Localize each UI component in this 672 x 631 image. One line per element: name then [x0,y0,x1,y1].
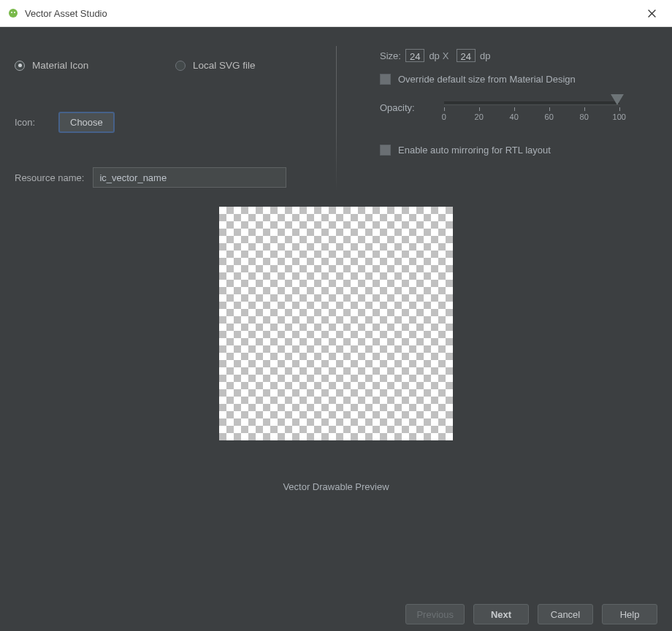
left-column: Material Icon Local SVG file Icon: Choos… [7,49,336,192]
size-height-field[interactable]: 24 [457,49,476,62]
radio-material-icon-label: Material Icon [32,60,88,71]
slider-val-2: 40 [510,112,519,121]
next-button[interactable]: Next [473,604,529,624]
choose-button[interactable]: Choose [58,112,115,133]
dp-unit-h: dp [480,50,490,61]
android-icon [8,8,18,18]
footer-buttons: Previous Next Cancel Help [0,597,672,631]
preview-checkerboard [219,207,453,440]
preview-area: Vector Drawable Preview [0,207,672,492]
opacity-label: Opacity: [380,102,415,113]
slider-val-5: 100 [613,112,626,121]
slider-knob[interactable] [611,94,624,105]
override-size-row: Override default size from Material Desi… [380,74,643,85]
resource-name-label: Resource name: [15,172,93,183]
opacity-row: Opacity: 0 20 40 [380,98,643,123]
help-button[interactable]: Help [602,604,657,624]
slider-ticks [444,107,619,112]
slider-track [444,102,619,105]
window-title: Vector Asset Studio [25,8,637,19]
asset-type-radios: Material Icon Local SVG file [7,49,336,82]
rtl-label: Enable auto mirroring for RTL layout [398,145,551,156]
slider-val-0: 0 [442,112,446,121]
previous-button[interactable]: Previous [405,604,465,624]
rtl-checkbox[interactable] [380,145,391,156]
svg-point-2 [14,12,15,13]
resource-name-row: Resource name: [7,163,336,192]
svg-point-1 [11,12,12,13]
radio-local-svg-label: Local SVG file [193,60,256,71]
close-icon[interactable] [637,2,666,24]
size-width-field[interactable]: 24 [405,49,424,62]
icon-label: Icon: [15,117,58,128]
right-column: Size: 24 dp X 24 dp Override default siz… [336,49,643,192]
preview-caption: Vector Drawable Preview [0,481,672,492]
override-size-label: Override default size from Material Desi… [398,74,576,85]
app-icon [7,7,19,19]
size-row: Size: 24 dp X 24 dp [380,49,643,62]
override-size-checkbox[interactable] [380,74,391,85]
size-label: Size: [380,50,401,61]
radio-local-svg[interactable] [175,61,186,71]
slider-val-4: 80 [580,112,589,121]
cancel-button[interactable]: Cancel [538,604,593,624]
main-content: Material Icon Local SVG file Icon: Choos… [0,27,672,631]
rtl-row: Enable auto mirroring for RTL layout [380,145,643,156]
icon-row: Icon: Choose [7,107,336,137]
radio-material-icon[interactable] [15,61,25,71]
slider-val-3: 60 [545,112,554,121]
resource-name-input[interactable] [93,167,286,188]
titlebar: Vector Asset Studio [0,0,672,27]
upper-panel: Material Icon Local SVG file Icon: Choos… [0,27,672,199]
dp-unit-w: dp [429,50,439,61]
vertical-divider [336,46,337,192]
slider-val-1: 20 [475,112,484,121]
size-separator: X [443,50,449,61]
opacity-slider[interactable]: 0 20 40 60 80 100 [444,98,619,123]
svg-point-0 [9,9,18,18]
slider-value-labels: 0 20 40 60 80 100 [444,112,619,123]
